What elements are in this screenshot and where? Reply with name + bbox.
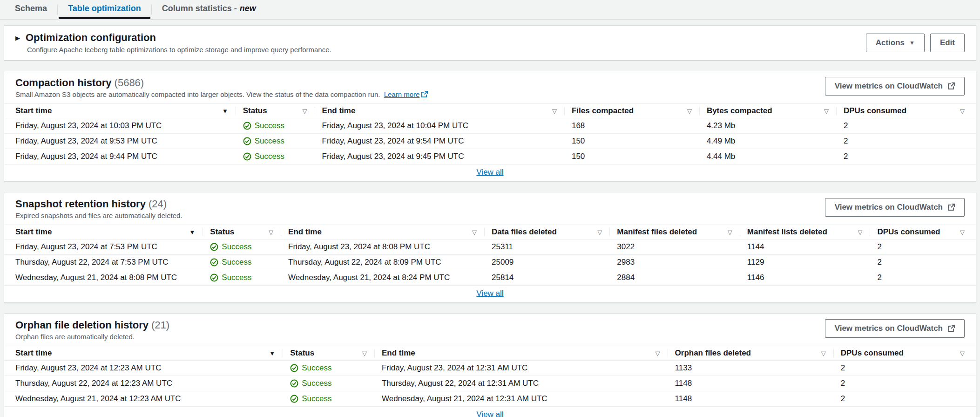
filter-icon[interactable]: ▽ [552,108,557,115]
column-header-start-time[interactable]: Start time▼ [8,346,283,360]
column-header-dpus-consumed[interactable]: DPUs consumed▽ [836,104,972,118]
table-row[interactable]: Wednesday, August 21, 2024 at 12:23 AM U… [4,391,976,407]
column-header-end-time[interactable]: End time▽ [281,225,484,239]
cell-dpus-consumed: 2 [833,391,972,406]
tab-column-statistics-label: Column statistics - [162,4,237,14]
filter-icon[interactable]: ▽ [687,108,692,115]
column-header-files-compacted[interactable]: Files compacted▽ [564,104,699,118]
filter-icon[interactable]: ▽ [824,108,829,115]
table-row[interactable]: Thursday, August 22, 2024 at 12:23 AM UT… [4,376,976,391]
cell-end-time: Wednesday, August 21, 2024 at 8:24 PM UT… [281,270,484,285]
filter-icon[interactable]: ▽ [858,229,862,236]
cell-end-time: Thursday, August 22, 2024 at 12:31 AM UT… [374,376,668,391]
table-row[interactable]: Thursday, August 22, 2024 at 7:53 PM UTC… [4,255,976,270]
cell-manifest-files-deleted: 2884 [609,270,740,285]
filter-icon[interactable]: ▽ [269,229,273,236]
cell-orphan-files-deleted: 1133 [668,361,833,376]
cell-end-time: Friday, August 23, 2024 at 10:04 PM UTC [315,118,564,133]
column-header-manifest-lists-deleted[interactable]: Manifest lists deleted▽ [740,225,870,239]
tab-table-optimization-label: Table optimization [68,4,141,14]
filter-icon[interactable]: ▽ [821,350,826,357]
sort-descending-icon[interactable]: ▼ [222,108,228,115]
table-row[interactable]: Wednesday, August 21, 2024 at 8:08 PM UT… [4,270,976,286]
learn-more-link[interactable]: Learn more [384,90,428,98]
success-icon [210,273,218,282]
cell-bytes-compacted: 4.44 Mb [699,149,836,164]
view-metrics-label: View metrics on CloudWatch [835,82,943,91]
column-header-start-time[interactable]: Start time▼ [8,225,203,239]
column-header-dpus-consumed[interactable]: DPUs consumed▽ [833,346,972,360]
column-header-status[interactable]: Status▽ [236,104,315,118]
cell-status: Success [203,239,281,254]
table-row[interactable]: Friday, August 23, 2024 at 7:53 PM UTC S… [4,239,976,255]
column-header-bytes-compacted[interactable]: Bytes compacted▽ [699,104,836,118]
sort-descending-icon[interactable]: ▼ [189,229,195,236]
cell-end-time: Friday, August 23, 2024 at 9:45 PM UTC [315,149,564,164]
success-icon [290,364,298,372]
column-header-end-time[interactable]: End time▽ [374,346,668,360]
sort-descending-icon[interactable]: ▼ [269,350,275,357]
snapshot-description: Expired snapshots and files are automati… [15,212,182,220]
edit-button[interactable]: Edit [930,34,965,52]
column-header-start-time[interactable]: Start time▼ [8,104,236,118]
compaction-count: (5686) [115,77,144,89]
snapshot-header-text: Snapshot retention history(24) Expired s… [15,198,182,220]
success-icon [210,258,218,267]
column-header-status[interactable]: Status▽ [203,225,281,239]
cell-manifest-files-deleted: 3022 [609,239,740,254]
filter-icon[interactable]: ▽ [656,350,660,357]
view-all-link[interactable]: View all [476,168,503,177]
column-header-manifest-files-deleted[interactable]: Manifest files deleted▽ [609,225,740,239]
expand-collapsed-icon[interactable]: ▶ [15,35,20,41]
filter-icon[interactable]: ▽ [472,229,477,236]
cell-orphan-files-deleted: 1148 [668,376,833,391]
column-header-end-time[interactable]: End time▽ [315,104,564,118]
snapshot-title: Snapshot retention history(24) [15,198,182,210]
cell-start-time: Friday, August 23, 2024 at 9:53 PM UTC [8,134,236,149]
orphan-title: Orphan file deletion history(21) [15,319,169,331]
snapshot-count: (24) [149,198,167,210]
filter-icon[interactable]: ▽ [728,229,732,236]
config-panel-description: Configure Apache Iceberg table optimizat… [27,46,331,54]
view-all-row: View all [4,164,976,181]
column-header-dpus-consumed[interactable]: DPUs consumed▽ [870,225,972,239]
cell-manifest-lists-deleted: 1129 [740,255,870,270]
compaction-title: Compaction history(5686) [15,77,428,89]
tab-divider [57,5,58,14]
table-row[interactable]: Friday, August 23, 2024 at 10:03 PM UTC … [4,118,976,134]
filter-icon[interactable]: ▽ [960,229,965,236]
view-metrics-cloudwatch-button[interactable]: View metrics on CloudWatch [825,319,965,338]
external-link-icon [947,204,955,211]
external-link-icon [421,91,428,98]
filter-icon[interactable]: ▽ [362,350,367,357]
cell-end-time: Thursday, August 22, 2024 at 8:09 PM UTC [281,255,484,270]
view-all-link[interactable]: View all [476,289,503,298]
actions-button[interactable]: Actions ▼ [866,34,925,52]
view-all-link[interactable]: View all [476,410,503,417]
table-row[interactable]: Friday, August 23, 2024 at 12:23 AM UTC … [4,361,976,376]
filter-icon[interactable]: ▽ [597,229,602,236]
filter-icon[interactable]: ▽ [303,108,307,115]
view-metrics-cloudwatch-button[interactable]: View metrics on CloudWatch [825,77,965,96]
table-row[interactable]: Friday, August 23, 2024 at 9:53 PM UTC S… [4,134,976,149]
filter-icon[interactable]: ▽ [960,108,965,115]
cell-orphan-files-deleted: 1148 [668,391,833,406]
filter-icon[interactable]: ▽ [960,350,965,357]
cell-dpus-consumed: 2 [833,376,972,391]
tab-column-statistics[interactable]: Column statistics - new [153,0,265,19]
view-metrics-label: View metrics on CloudWatch [835,324,943,333]
view-metrics-cloudwatch-button[interactable]: View metrics on CloudWatch [825,198,965,217]
cell-start-time: Thursday, August 22, 2024 at 7:53 PM UTC [8,255,203,270]
cell-start-time: Thursday, August 22, 2024 at 12:23 AM UT… [8,376,283,391]
tab-schema[interactable]: Schema [6,0,56,19]
cell-dpus-consumed: 2 [836,134,972,149]
table-row[interactable]: Friday, August 23, 2024 at 9:44 PM UTC S… [4,149,976,164]
external-link-icon [947,325,955,332]
tab-table-optimization[interactable]: Table optimization [59,0,150,19]
column-header-data-files-deleted[interactable]: Data files deleted▽ [484,225,609,239]
column-header-status[interactable]: Status▽ [283,346,374,360]
cell-bytes-compacted: 4.23 Mb [699,118,836,133]
cell-files-compacted: 168 [564,118,699,133]
column-header-orphan-files-deleted[interactable]: Orphan files deleted▽ [668,346,833,360]
caret-down-icon: ▼ [909,40,915,46]
